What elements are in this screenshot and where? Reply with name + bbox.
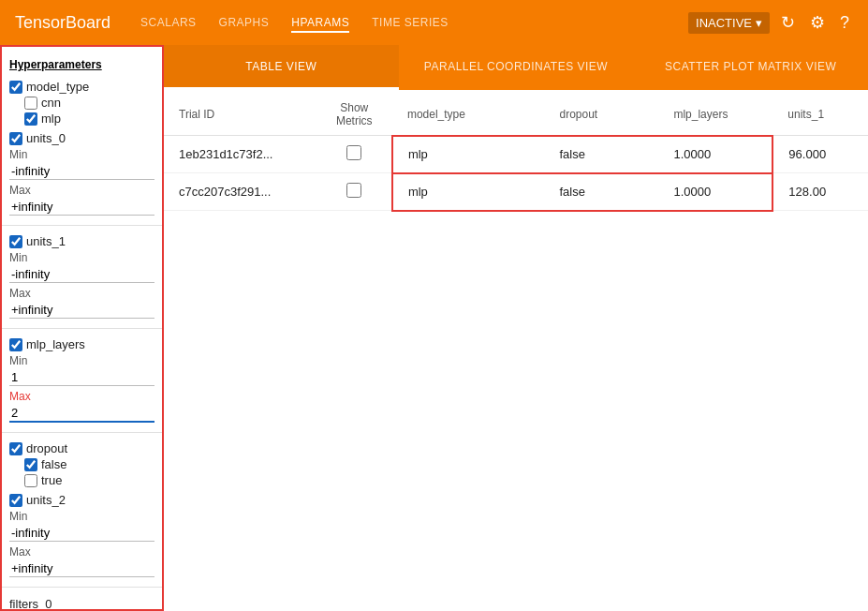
- tab-scatter-plot-matrix[interactable]: SCATTER PLOT MATRIX VIEW: [633, 45, 868, 90]
- label-min-units2: Min: [2, 508, 162, 523]
- checkbox-model-type[interactable]: [9, 81, 22, 94]
- input-min-mlp[interactable]: [9, 369, 154, 386]
- cell-trial-id-2: c7cc207c3f291...: [164, 173, 316, 211]
- cell-dropout-1: false: [544, 136, 658, 173]
- sidebar-item-units-2[interactable]: units_2: [2, 492, 162, 508]
- sidebar-item-cnn[interactable]: cnn: [2, 95, 162, 111]
- label-max-mlp: Max: [2, 388, 162, 403]
- data-table: Trial ID Show Metrics model_type dropout…: [164, 90, 868, 212]
- label-units-0: units_0: [26, 131, 66, 145]
- sidebar-section-units-0: units_0 Min Max: [2, 128, 162, 219]
- nav-time-series[interactable]: TIME SERIES: [372, 12, 449, 33]
- cell-mlp-layers-2: 1.0000: [658, 173, 772, 211]
- label-filters-0: filters_0: [9, 597, 52, 611]
- input-min-units2[interactable]: [9, 525, 154, 542]
- checkbox-show-metrics-2[interactable]: [346, 183, 361, 198]
- table-area: Trial ID Show Metrics model_type dropout…: [164, 90, 868, 611]
- label-false: false: [41, 457, 66, 471]
- nav-hparams[interactable]: HPARAMS: [291, 12, 349, 33]
- input-min-units0[interactable]: [9, 163, 154, 180]
- input-min-units1[interactable]: [9, 266, 154, 283]
- cell-trial-id-1: 1eb231d1c73f2...: [164, 136, 316, 173]
- tab-table-view[interactable]: TABLE VIEW: [164, 45, 399, 90]
- checkbox-true[interactable]: [24, 474, 37, 487]
- nav-graphs[interactable]: GRAPHS: [219, 12, 270, 33]
- cell-units1-1: 96.000: [772, 136, 868, 173]
- cell-model-type-1: mlp: [392, 136, 545, 173]
- cell-model-type-2: mlp: [392, 173, 545, 211]
- label-max-units2: Max: [2, 544, 162, 559]
- label-min-units1: Min: [2, 249, 162, 264]
- cell-show-metrics-2[interactable]: [316, 173, 392, 211]
- sidebar-item-dropout[interactable]: dropout: [2, 440, 162, 456]
- checkbox-dropout[interactable]: [9, 442, 22, 455]
- sidebar-section-model-type: model_type cnn mlp: [2, 77, 162, 128]
- brand-logo: TensorBoard: [15, 13, 110, 33]
- sidebar-title: Hyperparameters: [2, 54, 162, 77]
- sidebar-section-units-2: units_2 Min Max: [2, 490, 162, 581]
- label-max-units0: Max: [2, 182, 162, 197]
- sidebar-item-units-0[interactable]: units_0: [2, 130, 162, 146]
- cell-dropout-2: false: [544, 173, 658, 211]
- cell-show-metrics-1[interactable]: [316, 136, 392, 173]
- col-header-trial-id: Trial ID: [164, 90, 316, 136]
- label-model-type: model_type: [26, 80, 89, 94]
- input-max-units0[interactable]: [9, 199, 154, 216]
- sidebar-item-units-1[interactable]: units_1: [2, 233, 162, 249]
- checkbox-units-0[interactable]: [9, 132, 22, 145]
- input-max-units1[interactable]: [9, 302, 154, 319]
- content-area: TABLE VIEW PARALLEL COORDINATES VIEW SCA…: [164, 45, 868, 611]
- sidebar-item-model-type[interactable]: model_type: [2, 79, 162, 95]
- refresh-button[interactable]: ↻: [777, 8, 799, 37]
- checkbox-units-2[interactable]: [9, 494, 22, 507]
- label-max-units1: Max: [2, 285, 162, 300]
- main-layout: Hyperparameters model_type cnn mlp units…: [0, 45, 868, 611]
- col-header-dropout: dropout: [544, 90, 658, 136]
- sidebar-section-units-1: units_1 Min Max: [2, 231, 162, 322]
- table-row: 1eb231d1c73f2... mlp false 1.0000 96.000: [164, 136, 868, 173]
- checkbox-cnn[interactable]: [24, 97, 37, 110]
- checkbox-mlp-layers[interactable]: [9, 338, 22, 351]
- sidebar-item-mlp[interactable]: mlp: [2, 111, 162, 127]
- cell-mlp-layers-1: 1.0000: [658, 136, 772, 173]
- right-controls: INACTIVE ▾ ↻ ⚙ ?: [688, 8, 853, 37]
- sidebar-item-false[interactable]: false: [2, 456, 162, 472]
- sidebar-section-mlp-layers: mlp_layers Min Max: [2, 335, 162, 426]
- help-button[interactable]: ?: [836, 9, 853, 37]
- input-max-mlp[interactable]: [9, 405, 154, 423]
- label-cnn: cnn: [41, 96, 61, 110]
- col-header-show-metrics: Show Metrics: [316, 90, 392, 136]
- settings-button[interactable]: ⚙: [806, 8, 829, 37]
- nav-scalars[interactable]: SCALARS: [140, 12, 197, 33]
- sidebar: Hyperparameters model_type cnn mlp units…: [0, 45, 164, 611]
- inactive-dropdown[interactable]: INACTIVE ▾: [688, 12, 770, 34]
- checkbox-mlp[interactable]: [24, 112, 37, 126]
- sidebar-item-mlp-layers[interactable]: mlp_layers: [2, 336, 162, 352]
- label-true: true: [41, 473, 62, 487]
- sidebar-item-filters-0[interactable]: filters_0: [2, 593, 162, 611]
- checkbox-show-metrics-1[interactable]: [346, 145, 361, 160]
- col-header-model-type: model_type: [392, 90, 545, 136]
- label-min-units0: Min: [2, 146, 162, 161]
- label-dropout: dropout: [26, 441, 67, 455]
- input-max-units2[interactable]: [9, 560, 154, 577]
- tab-parallel-coordinates[interactable]: PARALLEL COORDINATES VIEW: [399, 45, 634, 90]
- label-mlp: mlp: [41, 112, 61, 126]
- sidebar-section-dropout: dropout false true: [2, 439, 162, 490]
- checkbox-units-1[interactable]: [9, 235, 22, 248]
- label-units-2: units_2: [26, 493, 66, 507]
- view-tabs: TABLE VIEW PARALLEL COORDINATES VIEW SCA…: [164, 45, 868, 90]
- cell-units1-2: 128.00: [772, 173, 868, 211]
- checkbox-false[interactable]: [24, 458, 37, 471]
- label-mlp-layers: mlp_layers: [26, 337, 85, 351]
- sidebar-item-true[interactable]: true: [2, 472, 162, 488]
- label-units-1: units_1: [26, 234, 66, 248]
- top-nav: TensorBoard SCALARS GRAPHS HPARAMS TIME …: [0, 0, 868, 45]
- col-header-mlp-layers: mlp_layers: [658, 90, 772, 136]
- label-min-mlp: Min: [2, 352, 162, 367]
- table-row: c7cc207c3f291... mlp false 1.0000 128.00: [164, 173, 868, 211]
- col-header-units-1: units_1: [772, 90, 868, 136]
